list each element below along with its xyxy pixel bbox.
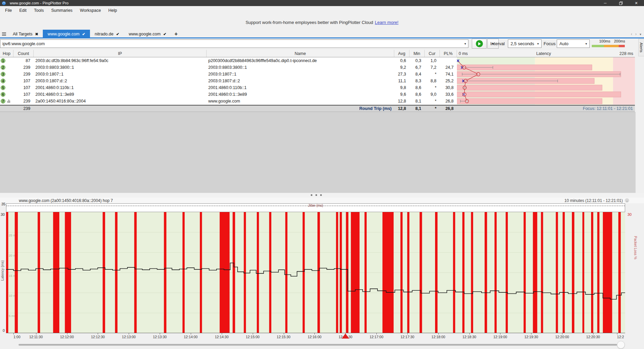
focus-label: Focus (544, 41, 555, 46)
close-tab-icon[interactable]: ✖ (35, 32, 38, 36)
hop-number-badge: 1 (1, 58, 5, 63)
table-row[interactable]: 7 239 2a00:1450:4016:80a::2004 www.googl… (0, 98, 635, 105)
banner-text: Support work-from-home employees better … (246, 20, 373, 25)
app-icon (2, 1, 6, 5)
splitter-handle-icon[interactable] (311, 194, 322, 196)
x-axis-label: 12:14:00 (184, 335, 198, 339)
target-input[interactable]: ipv6:www.google.com ▾ (0, 39, 468, 48)
round-trip-label: Round Trip (ms) (207, 106, 394, 112)
x-axis-tick (531, 333, 531, 335)
latency-scale-max: 228 ms (619, 51, 633, 56)
pl-cell: 30,8 (440, 84, 457, 91)
ip-cell: 2003:dc:df2b:8b84:963c:96ff:fe54:9a0c (34, 57, 207, 64)
jitter-label: Jitter (ms) (307, 204, 324, 207)
round-trip-row: 239 Round Trip (ms) 12,8 8,1 * 26,8 Focu… (0, 105, 635, 112)
name-cell: 2003:0:1807::1 (207, 71, 394, 78)
x-axis-label: 1:00 (13, 335, 20, 339)
target-value: ipv6:www.google.com (2, 41, 45, 46)
menu-item-file[interactable]: File (1, 8, 16, 13)
table-row[interactable]: 1 87 2003:dc:df2b:8b84:963c:96ff:fe54:9a… (0, 57, 635, 64)
table-row[interactable]: 5 107 2001:4860:0:110b::1 2001:4860:0:11… (0, 84, 635, 91)
hop-number-badge: 2 (1, 65, 5, 70)
tab-all-targets[interactable]: All Targets ✖ (8, 30, 43, 38)
x-axis-label: 12:16:00 (308, 335, 321, 339)
interval-select[interactable]: 2,5 seconds ▾ (508, 39, 542, 48)
scale-gradient-bar (592, 45, 625, 47)
bar-chart-icon (7, 99, 10, 103)
tab-nitrado-de[interactable]: nitrado.de ✔ (90, 30, 124, 38)
table-row[interactable]: 3 239 2003:0:1807::1 2003:0:1807::1 27,3… (0, 71, 635, 78)
menu-item-help[interactable]: Help (104, 8, 121, 13)
name-cell: 2001:4860:0:1::3e89 (207, 91, 394, 98)
focus-value: Auto (559, 41, 569, 46)
restore-icon[interactable] (613, 0, 628, 6)
tab-label: www.google.com (129, 32, 161, 36)
min-cell: 6,7 (409, 64, 425, 71)
chevron-down-icon[interactable]: ⌄ (625, 198, 629, 203)
avg-cell: 11,1 (394, 78, 409, 84)
tab-www-google-com-2[interactable]: www.google.com ✔ (124, 30, 171, 38)
x-axis-label: 12:18:30 (462, 335, 476, 339)
menu-item-edit[interactable]: Edit (16, 8, 30, 13)
x-axis-tick (562, 333, 562, 335)
ip-cell: 2003:0:1807:d::2 (34, 78, 207, 84)
pane-splitter[interactable] (0, 193, 644, 198)
col-header-hop[interactable]: Hop (0, 50, 13, 57)
x-axis-tick (438, 333, 439, 335)
col-header-ip[interactable]: IP (34, 50, 207, 57)
menu-item-summaries[interactable]: Summaries (48, 8, 76, 13)
timeline-scrollbar-thumb[interactable] (617, 341, 625, 349)
x-axis-tick (222, 333, 222, 335)
ip-cell: 2003:0:8803:3800::1 (34, 64, 207, 71)
timeline-plot[interactable]: 25 ms20 ms15 ms10 ms5 ms (6, 212, 625, 333)
x-axis-label: 12:19:30 (524, 335, 538, 339)
focus-position-marker[interactable] (342, 333, 349, 339)
round-trip-avg: 12,8 (394, 106, 409, 112)
x-axis-label: 12:12:30 (91, 335, 105, 339)
check-icon: ✔ (116, 32, 119, 36)
count-cell: 107 (13, 91, 34, 98)
hop-number-badge: 3 (1, 72, 5, 77)
x-axis-label: 12:13:30 (153, 335, 167, 339)
x-axis-tick (407, 333, 408, 335)
timeline-range[interactable]: 10 minutes (12:11:01 - 12:21:01) (564, 198, 623, 203)
x-axis-tick (129, 333, 129, 335)
check-icon: ✔ (82, 32, 85, 36)
col-header-latency[interactable]: 0 ms Latency 228 ms (457, 50, 635, 57)
menubar: File Edit Tools Summaries Workspace Help (0, 6, 644, 15)
play-button[interactable] (472, 39, 487, 49)
ip-cell: 2001:4860:0:1::3e89 (34, 91, 207, 98)
col-header-avg[interactable]: Avg (394, 50, 409, 57)
cur-cell: 7,2 (425, 64, 440, 71)
table-row[interactable]: 4 107 2003:0:1807:d::2 2003:0:1807:d::2 … (0, 78, 635, 84)
table-header: Hop Count IP Name Avg Min Cur PL% 0 ms L… (0, 50, 635, 57)
col-header-count[interactable]: Count (13, 50, 34, 57)
scroll-tabs-left-icon[interactable]: ‹ (631, 32, 632, 36)
minimize-icon[interactable]: ─ (597, 0, 613, 6)
menu-item-workspace[interactable]: Workspace (76, 8, 104, 13)
alerts-side-tab[interactable]: Alerts (638, 39, 644, 56)
table-row[interactable]: 2 239 2003:0:8803:3800::1 2003:0:8803:38… (0, 64, 635, 71)
avg-cell: 9,2 (394, 64, 409, 71)
pl-cell (440, 57, 457, 64)
col-header-name[interactable]: Name (207, 50, 394, 57)
name-cell: p200300dcdf2b8b84963c96fffe549a0c.dip0.t… (207, 57, 394, 64)
timeline-scrollbar-track[interactable] (19, 344, 617, 346)
chevron-down-icon: ▾ (464, 42, 466, 46)
scroll-tabs-right-icon[interactable]: › (635, 32, 637, 36)
y-axis-title: Latency (ms) (0, 255, 4, 286)
close-icon[interactable]: ✕ (628, 0, 644, 6)
x-axis-label: 12:20:00 (555, 335, 569, 339)
tab-www-google-com-1[interactable]: www.google.com ✔ (43, 30, 90, 38)
toolbar: ipv6:www.google.com ▾ ▾ Interval 2,5 sec… (0, 38, 644, 50)
tab-list-chevron-icon[interactable]: ▾ (640, 32, 641, 36)
col-header-pl[interactable]: PL% (440, 50, 457, 57)
menu-item-tools[interactable]: Tools (30, 8, 48, 13)
focus-select[interactable]: Auto ▾ (557, 39, 590, 48)
col-header-min[interactable]: Min (409, 50, 425, 57)
col-header-cur[interactable]: Cur (425, 50, 440, 57)
table-row[interactable]: 6 107 2001:4860:0:1::3e89 2001:4860:0:1:… (0, 91, 635, 98)
x-axis-tick (500, 333, 500, 335)
banner-learn-more-link[interactable]: Learn more! (375, 20, 398, 25)
cur-cell: * (425, 71, 440, 78)
